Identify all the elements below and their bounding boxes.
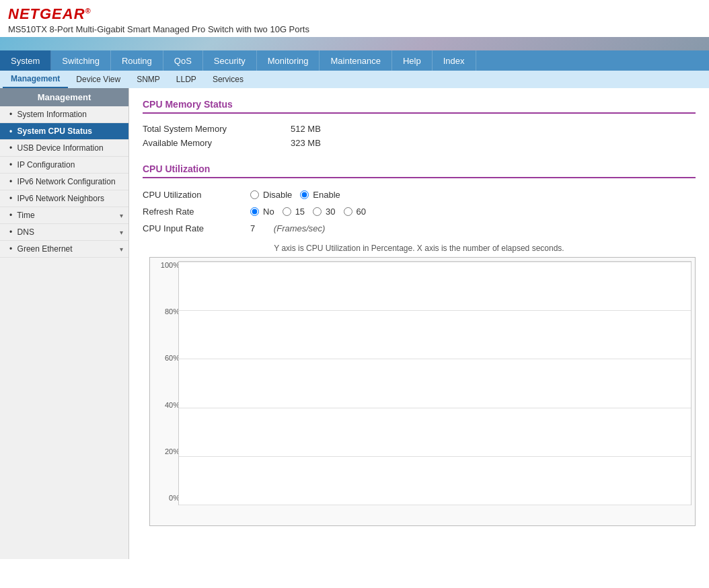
nav-item-system[interactable]: System (0, 50, 51, 71)
chart-container: Y axis is CPU Utilization in Percentage.… (143, 244, 696, 526)
y-label-0: 0% (153, 494, 180, 502)
grid-line-80 (179, 310, 691, 311)
sub-nav: Management Device View SNMP LLDP Service… (0, 71, 709, 88)
sidebar-item-system-information[interactable]: • System Information (0, 106, 128, 123)
chevron-icon-time: ▾ (120, 212, 123, 219)
enable-label: Enable (313, 190, 340, 200)
r30-label: 30 (326, 207, 335, 217)
available-memory-label: Available Memory (143, 138, 291, 148)
cpu-input-rate-label: CPU Input Rate (143, 223, 250, 233)
cpu-section-header: CPU Utilization (143, 163, 696, 178)
r15-radio-label[interactable]: 15 (283, 207, 305, 217)
cpu-utilization-row: CPU Utilization Disable Enable (143, 186, 696, 203)
sidebar-item-ip-configuration[interactable]: • IP Configuration (0, 157, 128, 174)
logo-text: NETGEAR (8, 5, 85, 22)
r30-radio-label[interactable]: 30 (313, 207, 335, 217)
sidebar-item-green-ethernet[interactable]: • Green Ethernet ▾ (0, 241, 128, 258)
sub-nav-services[interactable]: Services (204, 71, 252, 88)
no-radio-label[interactable]: No (250, 207, 274, 217)
r15-label: 15 (295, 207, 305, 217)
refresh-rate-label: Refresh Rate (143, 207, 250, 217)
logo-reg: ® (85, 7, 91, 15)
memory-table: Total System Memory 512 MB Available Mem… (143, 122, 696, 150)
cpu-input-rate-controls: 7 (Frames/sec) (250, 223, 325, 233)
enable-radio[interactable] (300, 190, 309, 199)
nav-item-index[interactable]: Index (433, 50, 476, 71)
grid-line-0 (179, 505, 691, 505)
nav-item-help[interactable]: Help (392, 50, 433, 71)
banner (0, 37, 709, 50)
chart-description: Y axis is CPU Utilization in Percentage.… (143, 244, 696, 253)
y-label-60: 60% (153, 354, 180, 362)
cpu-utilization-controls: Disable Enable (250, 190, 340, 200)
sub-nav-snmp[interactable]: SNMP (128, 71, 168, 88)
refresh-rate-controls: No 15 30 60 (250, 207, 366, 217)
chevron-icon-green-ethernet: ▾ (120, 246, 123, 253)
cpu-input-rate-unit: (Frames/sec) (274, 223, 326, 233)
available-memory-value: 323 MB (291, 138, 321, 148)
nav-item-maintenance[interactable]: Maintenance (320, 50, 391, 71)
sidebar-item-dns[interactable]: • DNS ▾ (0, 224, 128, 241)
chevron-icon-dns: ▾ (120, 229, 123, 236)
disable-radio[interactable] (250, 190, 259, 199)
cpu-utilization-field-label: CPU Utilization (143, 190, 250, 200)
memory-row-total: Total System Memory 512 MB (143, 122, 696, 136)
r60-radio[interactable] (344, 207, 352, 216)
nav-item-monitoring[interactable]: Monitoring (257, 50, 320, 71)
sub-nav-management[interactable]: Management (3, 71, 68, 88)
enable-radio-label[interactable]: Enable (300, 190, 340, 200)
sidebar-item-ipv6-network-neighbors[interactable]: • IPv6 Network Neighbors (0, 190, 128, 207)
r60-radio-label[interactable]: 60 (344, 207, 366, 217)
main-nav: System Switching Routing QoS Security Mo… (0, 50, 709, 71)
y-label-100: 100% (153, 261, 180, 269)
chart-wrapper: CPU Usage 0% 20% 40% 60% 80% 100% (149, 257, 696, 526)
chart-plot (178, 261, 692, 505)
cpu-input-rate-value: 7 (250, 223, 255, 233)
y-label-80: 80% (153, 307, 180, 316)
grid-line-100 (179, 262, 691, 262)
total-memory-value: 512 MB (291, 124, 321, 134)
sub-nav-lldp[interactable]: LLDP (168, 71, 204, 88)
disable-label: Disable (263, 190, 292, 200)
refresh-rate-row: Refresh Rate No 15 30 (143, 203, 696, 220)
total-memory-label: Total System Memory (143, 124, 291, 134)
no-label: No (263, 207, 274, 217)
product-title: MS510TX 8-Port Multi-Gigabit Smart Manag… (8, 24, 701, 34)
memory-section-header: CPU Memory Status (143, 99, 696, 114)
sidebar: Management • System Information • System… (0, 88, 129, 559)
header: NETGEAR® MS510TX 8-Port Multi-Gigabit Sm… (0, 0, 709, 37)
content-area: Management • System Information • System… (0, 88, 709, 559)
y-label-40: 40% (153, 401, 180, 409)
disable-radio-label[interactable]: Disable (250, 190, 292, 200)
cpu-input-rate-row: CPU Input Rate 7 (Frames/sec) (143, 220, 696, 237)
nav-item-qos[interactable]: QoS (163, 50, 203, 71)
r60-label: 60 (357, 207, 366, 217)
grid-line-20 (179, 456, 691, 457)
grid-line-60 (179, 359, 691, 359)
no-radio[interactable] (250, 207, 259, 216)
sidebar-item-ipv6-network-config[interactable]: • IPv6 Network Configuration (0, 174, 128, 190)
cpu-utilization-section: CPU Utilization CPU Utilization Disable … (143, 163, 696, 237)
nav-item-routing[interactable]: Routing (111, 50, 163, 71)
sidebar-title: Management (0, 88, 128, 106)
r30-radio[interactable] (313, 207, 322, 216)
grid-line-40 (179, 408, 691, 408)
nav-item-security[interactable]: Security (203, 50, 257, 71)
sidebar-item-time[interactable]: • Time ▾ (0, 207, 128, 224)
memory-row-available: Available Memory 323 MB (143, 136, 696, 150)
netgear-logo: NETGEAR® (8, 5, 701, 23)
y-label-20: 20% (153, 447, 180, 455)
y-axis-labels: 0% 20% 40% 60% 80% 100% (150, 258, 178, 505)
sidebar-item-system-cpu-status[interactable]: • System CPU Status (0, 123, 128, 140)
sub-nav-device-view[interactable]: Device View (68, 71, 128, 88)
nav-item-switching[interactable]: Switching (51, 50, 111, 71)
sidebar-item-usb-device-information[interactable]: • USB Device Information (0, 140, 128, 157)
r15-radio[interactable] (283, 207, 291, 216)
main-panel: CPU Memory Status Total System Memory 51… (129, 88, 709, 559)
